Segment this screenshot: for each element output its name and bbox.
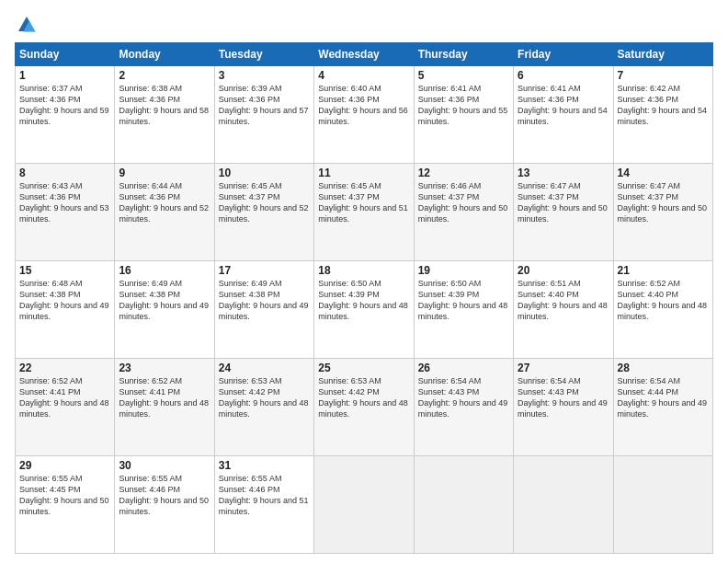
day-number: 31 bbox=[219, 459, 310, 472]
calendar-week-row: 8 Sunrise: 6:43 AMSunset: 4:36 PMDayligh… bbox=[16, 164, 713, 261]
calendar-cell: 18 Sunrise: 6:50 AMSunset: 4:39 PMDaylig… bbox=[314, 261, 414, 359]
day-info: Sunrise: 6:54 AMSunset: 4:43 PMDaylight:… bbox=[518, 376, 608, 419]
day-info: Sunrise: 6:55 AMSunset: 4:46 PMDaylight:… bbox=[219, 474, 309, 516]
day-number: 24 bbox=[219, 362, 310, 374]
calendar-cell: 16 Sunrise: 6:49 AMSunset: 4:38 PMDaylig… bbox=[115, 261, 214, 359]
day-header-saturday: Saturday bbox=[613, 43, 712, 66]
calendar-cell: 15 Sunrise: 6:48 AMSunset: 4:38 PMDaylig… bbox=[16, 261, 115, 359]
day-info: Sunrise: 6:41 AMSunset: 4:36 PMDaylight:… bbox=[518, 84, 608, 126]
calendar-cell: 1 Sunrise: 6:37 AMSunset: 4:36 PMDayligh… bbox=[16, 66, 115, 164]
day-number: 1 bbox=[19, 69, 110, 82]
day-info: Sunrise: 6:54 AMSunset: 4:43 PMDaylight:… bbox=[418, 376, 508, 419]
calendar-week-row: 1 Sunrise: 6:37 AMSunset: 4:36 PMDayligh… bbox=[16, 66, 713, 164]
header bbox=[15, 11, 713, 35]
day-number: 28 bbox=[618, 362, 709, 374]
day-info: Sunrise: 6:41 AMSunset: 4:36 PMDaylight:… bbox=[418, 84, 508, 126]
day-number: 25 bbox=[318, 362, 409, 374]
calendar-cell: 9 Sunrise: 6:44 AMSunset: 4:36 PMDayligh… bbox=[115, 164, 214, 261]
calendar-cell: 14 Sunrise: 6:47 AMSunset: 4:37 PMDaylig… bbox=[613, 164, 712, 261]
calendar-cell: 5 Sunrise: 6:41 AMSunset: 4:36 PMDayligh… bbox=[414, 66, 513, 164]
day-info: Sunrise: 6:53 AMSunset: 4:42 PMDaylight:… bbox=[318, 376, 408, 419]
day-info: Sunrise: 6:38 AMSunset: 4:36 PMDaylight:… bbox=[119, 84, 209, 126]
calendar-cell: 3 Sunrise: 6:39 AMSunset: 4:36 PMDayligh… bbox=[214, 66, 313, 164]
day-number: 11 bbox=[318, 167, 409, 179]
day-number: 3 bbox=[219, 69, 310, 82]
calendar-cell: 13 Sunrise: 6:47 AMSunset: 4:37 PMDaylig… bbox=[514, 164, 613, 261]
day-header-sunday: Sunday bbox=[16, 43, 115, 66]
calendar-cell: 21 Sunrise: 6:52 AMSunset: 4:40 PMDaylig… bbox=[613, 261, 712, 359]
calendar-cell: 11 Sunrise: 6:45 AMSunset: 4:37 PMDaylig… bbox=[314, 164, 414, 261]
calendar-week-row: 22 Sunrise: 6:52 AMSunset: 4:41 PMDaylig… bbox=[16, 359, 713, 456]
day-header-wednesday: Wednesday bbox=[314, 43, 414, 66]
day-info: Sunrise: 6:47 AMSunset: 4:37 PMDaylight:… bbox=[518, 181, 608, 224]
calendar-week-row: 15 Sunrise: 6:48 AMSunset: 4:38 PMDaylig… bbox=[16, 261, 713, 359]
day-header-thursday: Thursday bbox=[414, 43, 513, 66]
page: SundayMondayTuesdayWednesdayThursdayFrid… bbox=[0, 0, 728, 563]
calendar-cell: 28 Sunrise: 6:54 AMSunset: 4:44 PMDaylig… bbox=[613, 359, 712, 456]
day-info: Sunrise: 6:52 AMSunset: 4:41 PMDaylight:… bbox=[119, 376, 209, 419]
calendar-table: SundayMondayTuesdayWednesdayThursdayFrid… bbox=[15, 42, 713, 554]
calendar-cell: 17 Sunrise: 6:49 AMSunset: 4:38 PMDaylig… bbox=[214, 261, 313, 359]
day-number: 5 bbox=[418, 69, 509, 82]
day-info: Sunrise: 6:42 AMSunset: 4:36 PMDaylight:… bbox=[618, 84, 708, 126]
day-info: Sunrise: 6:47 AMSunset: 4:37 PMDaylight:… bbox=[618, 181, 708, 224]
calendar-cell: 20 Sunrise: 6:51 AMSunset: 4:40 PMDaylig… bbox=[514, 261, 613, 359]
calendar-cell bbox=[514, 456, 613, 554]
calendar-cell: 24 Sunrise: 6:53 AMSunset: 4:42 PMDaylig… bbox=[214, 359, 313, 456]
calendar-cell: 7 Sunrise: 6:42 AMSunset: 4:36 PMDayligh… bbox=[613, 66, 712, 164]
day-number: 10 bbox=[219, 167, 310, 179]
day-number: 19 bbox=[418, 264, 509, 277]
day-number: 6 bbox=[518, 69, 609, 82]
day-number: 14 bbox=[618, 167, 709, 179]
day-info: Sunrise: 6:37 AMSunset: 4:36 PMDaylight:… bbox=[19, 84, 109, 126]
day-info: Sunrise: 6:45 AMSunset: 4:37 PMDaylight:… bbox=[318, 181, 408, 224]
day-number: 27 bbox=[518, 362, 609, 374]
day-number: 17 bbox=[219, 264, 310, 277]
calendar-cell bbox=[414, 456, 513, 554]
day-header-monday: Monday bbox=[115, 43, 214, 66]
day-info: Sunrise: 6:50 AMSunset: 4:39 PMDaylight:… bbox=[318, 279, 408, 321]
calendar-cell: 27 Sunrise: 6:54 AMSunset: 4:43 PMDaylig… bbox=[514, 359, 613, 456]
day-info: Sunrise: 6:51 AMSunset: 4:40 PMDaylight:… bbox=[518, 279, 608, 321]
day-info: Sunrise: 6:45 AMSunset: 4:37 PMDaylight:… bbox=[219, 181, 309, 224]
logo-icon bbox=[17, 15, 37, 35]
calendar-header-row: SundayMondayTuesdayWednesdayThursdayFrid… bbox=[16, 43, 713, 66]
calendar-cell: 23 Sunrise: 6:52 AMSunset: 4:41 PMDaylig… bbox=[115, 359, 214, 456]
logo bbox=[15, 15, 37, 35]
day-info: Sunrise: 6:54 AMSunset: 4:44 PMDaylight:… bbox=[618, 376, 708, 419]
day-info: Sunrise: 6:49 AMSunset: 4:38 PMDaylight:… bbox=[219, 279, 309, 321]
day-number: 2 bbox=[119, 69, 210, 82]
day-number: 15 bbox=[19, 264, 110, 277]
calendar-cell: 4 Sunrise: 6:40 AMSunset: 4:36 PMDayligh… bbox=[314, 66, 414, 164]
day-number: 23 bbox=[119, 362, 210, 374]
day-header-tuesday: Tuesday bbox=[214, 43, 313, 66]
calendar-cell bbox=[314, 456, 414, 554]
calendar-cell: 19 Sunrise: 6:50 AMSunset: 4:39 PMDaylig… bbox=[414, 261, 513, 359]
calendar-cell: 2 Sunrise: 6:38 AMSunset: 4:36 PMDayligh… bbox=[115, 66, 214, 164]
day-number: 9 bbox=[119, 167, 210, 179]
day-number: 8 bbox=[19, 167, 110, 179]
calendar-cell: 8 Sunrise: 6:43 AMSunset: 4:36 PMDayligh… bbox=[16, 164, 115, 261]
calendar-cell: 25 Sunrise: 6:53 AMSunset: 4:42 PMDaylig… bbox=[314, 359, 414, 456]
day-info: Sunrise: 6:55 AMSunset: 4:45 PMDaylight:… bbox=[19, 474, 109, 516]
calendar-week-row: 29 Sunrise: 6:55 AMSunset: 4:45 PMDaylig… bbox=[16, 456, 713, 554]
day-number: 30 bbox=[119, 459, 210, 472]
day-header-friday: Friday bbox=[514, 43, 613, 66]
day-info: Sunrise: 6:52 AMSunset: 4:41 PMDaylight:… bbox=[19, 376, 109, 419]
day-info: Sunrise: 6:55 AMSunset: 4:46 PMDaylight:… bbox=[119, 474, 209, 516]
day-number: 4 bbox=[318, 69, 409, 82]
day-number: 26 bbox=[418, 362, 509, 374]
day-number: 29 bbox=[19, 459, 110, 472]
day-number: 7 bbox=[618, 69, 709, 82]
calendar-cell: 22 Sunrise: 6:52 AMSunset: 4:41 PMDaylig… bbox=[16, 359, 115, 456]
calendar-cell: 29 Sunrise: 6:55 AMSunset: 4:45 PMDaylig… bbox=[16, 456, 115, 554]
calendar-cell: 31 Sunrise: 6:55 AMSunset: 4:46 PMDaylig… bbox=[214, 456, 313, 554]
day-info: Sunrise: 6:49 AMSunset: 4:38 PMDaylight:… bbox=[119, 279, 209, 321]
calendar-cell: 6 Sunrise: 6:41 AMSunset: 4:36 PMDayligh… bbox=[514, 66, 613, 164]
calendar-cell: 30 Sunrise: 6:55 AMSunset: 4:46 PMDaylig… bbox=[115, 456, 214, 554]
day-info: Sunrise: 6:46 AMSunset: 4:37 PMDaylight:… bbox=[418, 181, 508, 224]
day-number: 13 bbox=[518, 167, 609, 179]
day-info: Sunrise: 6:52 AMSunset: 4:40 PMDaylight:… bbox=[618, 279, 708, 321]
day-info: Sunrise: 6:53 AMSunset: 4:42 PMDaylight:… bbox=[219, 376, 309, 419]
day-number: 12 bbox=[418, 167, 509, 179]
